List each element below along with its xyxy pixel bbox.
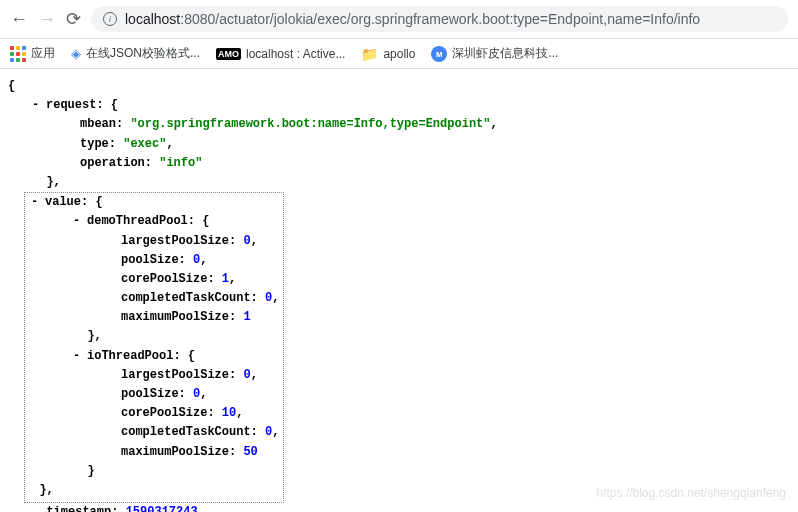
watermark: https://blog.csdn.net/shengqianfeng [597, 486, 786, 500]
url-text: localhost:8080/actuator/jolokia/exec/org… [125, 11, 700, 27]
value-section: -value: { -demoThreadPool: { largestPool… [24, 192, 284, 503]
bookmark-shenzhen[interactable]: м 深圳虾皮信息科技... [431, 45, 558, 62]
bookmark-apollo[interactable]: 📁 apollo [361, 46, 415, 62]
reload-button[interactable]: ⟳ [66, 8, 81, 30]
collapse-toggle[interactable]: - [31, 193, 41, 212]
collapse-toggle[interactable]: - [32, 96, 42, 115]
folder-icon: 📁 [361, 46, 378, 62]
apps-icon [10, 46, 26, 62]
address-bar[interactable]: i localhost:8080/actuator/jolokia/exec/o… [91, 6, 788, 32]
diamond-icon: ◈ [71, 46, 81, 61]
browser-toolbar: ← → ⟳ i localhost:8080/actuator/jolokia/… [0, 0, 798, 39]
site-info-icon[interactable]: i [103, 12, 117, 26]
collapse-toggle[interactable]: - [73, 212, 83, 231]
collapse-toggle[interactable]: - [73, 347, 83, 366]
amo-icon: AMO [216, 48, 241, 60]
bookmark-json[interactable]: ◈ 在线JSON校验格式... [71, 45, 200, 62]
forward-button[interactable]: → [38, 9, 56, 30]
bookmarks-bar: 应用 ◈ 在线JSON校验格式... AMO localhost : Activ… [0, 39, 798, 69]
apps-button[interactable]: 应用 [10, 45, 55, 62]
bookmark-localhost[interactable]: AMO localhost : Active... [216, 47, 345, 61]
back-button[interactable]: ← [10, 9, 28, 30]
company-icon: м [431, 46, 447, 62]
json-viewer: { -request: { mbean: "org.springframewor… [0, 69, 798, 512]
